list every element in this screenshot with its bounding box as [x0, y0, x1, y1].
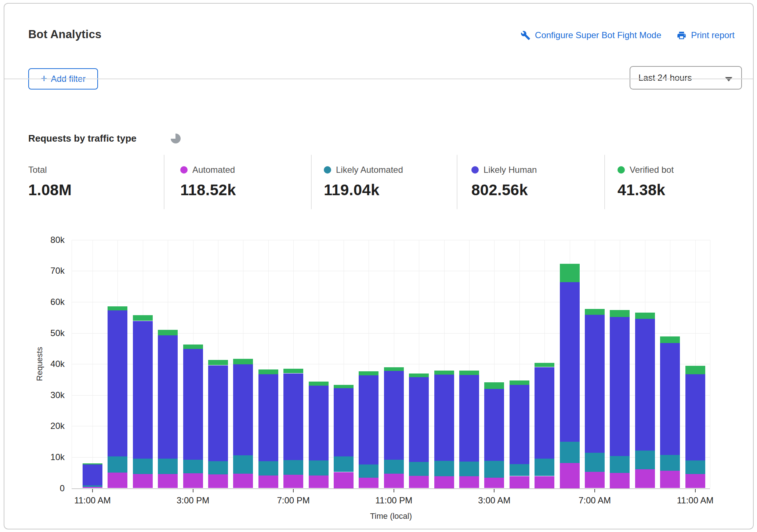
bar-segment-likely-automated[interactable] [434, 461, 454, 476]
bar-segment-likely-human[interactable] [83, 464, 102, 485]
bar-segment-likely-automated[interactable] [283, 460, 303, 475]
bar-segment-automated[interactable] [685, 474, 705, 488]
bar-segment-automated[interactable] [108, 473, 127, 488]
bar-segment-likely-automated[interactable] [208, 461, 228, 474]
bar-segment-likely-human[interactable] [660, 343, 680, 455]
bar-segment-likely-human[interactable] [585, 315, 605, 453]
x-tick-label: 11:00 AM [659, 495, 732, 506]
bar-segment-likely-automated[interactable] [685, 460, 705, 474]
bar-segment-verified-bot[interactable] [233, 359, 253, 364]
bar-segment-likely-human[interactable] [384, 371, 404, 460]
bar-segment-likely-automated[interactable] [158, 459, 178, 474]
bar-segment-likely-human[interactable] [108, 310, 127, 457]
bar-segment-likely-automated[interactable] [359, 464, 378, 478]
bar-segment-likely-automated[interactable] [635, 451, 655, 469]
bar-segment-verified-bot[interactable] [434, 371, 454, 375]
bar-segment-likely-automated[interactable] [233, 455, 253, 474]
bar-segment-likely-automated[interactable] [258, 461, 278, 475]
bar-segment-automated[interactable] [510, 476, 529, 488]
bar-segment-likely-automated[interactable] [384, 460, 404, 474]
bar-segment-automated[interactable] [133, 474, 153, 488]
bar-segment-likely-human[interactable] [208, 365, 228, 461]
bar-segment-verified-bot[interactable] [484, 382, 504, 389]
bar-segment-likely-human[interactable] [283, 374, 303, 460]
bar-segment-likely-human[interactable] [359, 375, 378, 464]
bar-segment-verified-bot[interactable] [660, 336, 680, 343]
bar-segment-verified-bot[interactable] [158, 330, 178, 335]
bar-segment-likely-automated[interactable] [108, 456, 127, 473]
bar-segment-verified-bot[interactable] [359, 371, 378, 375]
bar-segment-likely-human[interactable] [635, 319, 655, 451]
bar-segment-likely-human[interactable] [434, 375, 454, 461]
bar-segment-likely-human[interactable] [183, 349, 203, 460]
bar-segment-automated[interactable] [635, 469, 655, 488]
bar-segment-likely-automated[interactable] [610, 456, 630, 473]
bar-segment-automated[interactable] [183, 473, 203, 488]
bar-segment-likely-human[interactable] [233, 364, 253, 455]
bar-segment-verified-bot[interactable] [510, 380, 529, 385]
bar-segment-verified-bot[interactable] [334, 385, 354, 388]
bar-segment-likely-automated[interactable] [585, 453, 605, 472]
bar-segment-verified-bot[interactable] [585, 309, 605, 315]
bar-segment-automated[interactable] [233, 474, 253, 488]
bar-segment-likely-human[interactable] [560, 282, 580, 442]
bar-segment-verified-bot[interactable] [635, 313, 655, 319]
bar-segment-automated[interactable] [585, 472, 605, 488]
bar-segment-likely-automated[interactable] [309, 460, 329, 475]
bar-segment-automated[interactable] [359, 478, 378, 488]
bar-segment-verified-bot[interactable] [459, 371, 479, 375]
bar-segment-likely-human[interactable] [158, 335, 178, 459]
bar-segment-likely-automated[interactable] [560, 442, 580, 463]
bar-segment-verified-bot[interactable] [258, 369, 278, 374]
bar-segment-likely-human[interactable] [459, 375, 479, 462]
bar-segment-verified-bot[interactable] [108, 306, 127, 310]
bar-segment-likely-automated[interactable] [409, 462, 429, 475]
bar-segment-verified-bot[interactable] [183, 345, 203, 349]
bar-segment-verified-bot[interactable] [309, 382, 329, 386]
bar-segment-automated[interactable] [258, 475, 278, 488]
bar-segment-automated[interactable] [560, 463, 580, 488]
bar-segment-verified-bot[interactable] [208, 360, 228, 365]
bar-segment-likely-human[interactable] [258, 374, 278, 461]
bar-segment-automated[interactable] [409, 476, 429, 488]
bar-segment-verified-bot[interactable] [409, 374, 429, 377]
bar-segment-automated[interactable] [208, 474, 228, 488]
bar-segment-likely-automated[interactable] [459, 462, 479, 477]
bar-segment-verified-bot[interactable] [133, 315, 153, 321]
bar-segment-automated[interactable] [309, 475, 329, 488]
bar-segment-automated[interactable] [660, 471, 680, 488]
bar-segment-likely-human[interactable] [610, 317, 630, 456]
bar-segment-likely-human[interactable] [133, 321, 153, 459]
bar-segment-automated[interactable] [535, 476, 554, 488]
bar-segment-automated[interactable] [158, 474, 178, 488]
bar-segment-verified-bot[interactable] [560, 264, 580, 282]
bar-segment-likely-automated[interactable] [133, 459, 153, 474]
bar-segment-automated[interactable] [459, 476, 479, 488]
bar-segment-verified-bot[interactable] [685, 366, 705, 374]
bar-segment-likely-human[interactable] [484, 389, 504, 461]
bar-segment-likely-automated[interactable] [183, 460, 203, 473]
bar-segment-likely-human[interactable] [535, 367, 554, 459]
bar-segment-likely-automated[interactable] [83, 485, 102, 487]
bar-segment-automated[interactable] [610, 473, 630, 488]
bar-segment-likely-human[interactable] [409, 377, 429, 462]
bar-segment-likely-automated[interactable] [334, 456, 354, 472]
bar-segment-likely-automated[interactable] [484, 461, 504, 478]
bar-segment-verified-bot[interactable] [83, 463, 102, 464]
bar-segment-automated[interactable] [334, 472, 354, 488]
bar-segment-likely-human[interactable] [334, 388, 354, 456]
bar-segment-verified-bot[interactable] [535, 363, 554, 367]
bar-segment-likely-human[interactable] [510, 385, 529, 464]
bar-segment-likely-automated[interactable] [660, 455, 680, 471]
bar-segment-likely-human[interactable] [309, 386, 329, 460]
bar-segment-likely-human[interactable] [685, 374, 705, 460]
bar-segment-automated[interactable] [283, 475, 303, 488]
bar-segment-verified-bot[interactable] [610, 310, 630, 317]
bar-segment-automated[interactable] [384, 474, 404, 488]
bar-segment-verified-bot[interactable] [384, 367, 404, 371]
bar-segment-likely-automated[interactable] [510, 464, 529, 476]
bar-segment-likely-automated[interactable] [535, 459, 554, 476]
bar-segment-automated[interactable] [484, 478, 504, 488]
bar-segment-automated[interactable] [434, 476, 454, 488]
bar-segment-verified-bot[interactable] [283, 369, 303, 374]
